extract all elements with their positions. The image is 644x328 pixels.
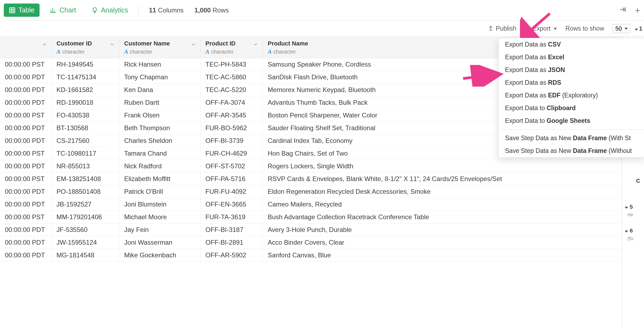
- cell-cid: MG-1814548: [51, 249, 119, 262]
- tab-chart[interactable]: Chart: [45, 4, 81, 17]
- cell-pname: Acco Binder Covers, Clear: [263, 236, 644, 249]
- cell-ts: 00:00:00 PDT: [0, 224, 51, 236]
- export-button[interactable]: Export ▼: [524, 25, 557, 32]
- export-menu: Export Data as CSV Export Data as Excel …: [498, 38, 644, 158]
- cell-pname: Eldon Regeneration Recycled Desk Accesso…: [263, 185, 644, 198]
- cell-pid: OFF-BI-3187: [200, 224, 263, 236]
- caret-down-icon: [625, 227, 628, 234]
- cell-ts: 00:00:00 PST: [0, 58, 51, 71]
- cell-pid: OFF-PA-5716: [200, 173, 263, 185]
- cell-ts: 00:00:00 PDT: [0, 96, 51, 109]
- type-character-icon: A: [57, 48, 61, 55]
- caret-down-icon: ▼: [553, 26, 557, 31]
- cell-cname: Patrick O'Brill: [119, 185, 200, 198]
- cell-ts: 00:00:00 PDT: [0, 236, 51, 249]
- table-row[interactable]: 00:00:00 PDTMG-1814548Mike GockenbachOFF…: [0, 249, 644, 262]
- cell-pid: TEC-PH-5843: [200, 58, 263, 71]
- cell-ts: 00:00:00 PST: [0, 211, 51, 224]
- type-character-icon: A: [124, 48, 128, 55]
- table-row[interactable]: 00:00:00 PDTJW-15955124Joni WassermanOFF…: [0, 236, 644, 249]
- collapse-right-icon[interactable]: [619, 5, 627, 15]
- cell-ts: 00:00:00 PDT: [0, 135, 51, 147]
- export-rds[interactable]: Export Data as RDS: [499, 76, 644, 89]
- divider: [138, 5, 139, 15]
- cell-pid: FUR-BO-5962: [200, 122, 263, 135]
- table-row[interactable]: 00:00:00 PDTJF-535560Jay FeinOFF-BI-3187…: [0, 224, 644, 236]
- cell-cid: TC-11475134: [51, 71, 119, 84]
- cell-cid: JW-15955124: [51, 236, 119, 249]
- cell-cid: JB-1592527: [51, 198, 119, 211]
- cell-pname: Rogers Lockers, Single Width: [263, 160, 644, 173]
- cell-cname: Ruben Dartt: [119, 96, 200, 109]
- tab-analytics[interactable]: Analytics: [86, 4, 133, 17]
- columns-count: 11: [149, 6, 156, 14]
- table-row[interactable]: 00:00:00 PDTNR-855013Nick RadfordOFF-ST-…: [0, 160, 644, 173]
- export-googlesheets[interactable]: Export Data to Google Sheets: [499, 114, 644, 127]
- download-icon: [524, 25, 530, 32]
- cell-ts: 00:00:00 PST: [0, 173, 51, 185]
- cell-cid: EM-138251408: [51, 173, 119, 185]
- table-row[interactable]: 00:00:00 PDTJB-1592527Joni BlumsteinOFF-…: [0, 198, 644, 211]
- chevron-down-icon: [191, 42, 196, 49]
- cell-cid: CS-217560: [51, 135, 119, 147]
- plus-icon[interactable]: +: [635, 6, 640, 15]
- type-character-icon: A: [268, 48, 272, 55]
- cell-cname: Beth Thompson: [119, 122, 200, 135]
- export-csv[interactable]: Export Data as CSV: [499, 38, 644, 51]
- upload-icon: [488, 25, 494, 32]
- cell-cname: Elizabeth Moffitt: [119, 173, 200, 185]
- rows-to-show-select[interactable]: 50: [612, 24, 630, 33]
- chevron-down-icon: [253, 42, 258, 49]
- cell-pid: FUR-FU-4092: [200, 185, 263, 198]
- cell-pname: Cameo Mailers, Recycled: [263, 198, 644, 211]
- column-header-customer-name[interactable]: Customer Name Acharacter: [119, 37, 200, 58]
- cell-cid: NR-855013: [51, 160, 119, 173]
- cell-cname: Michael Moore: [119, 211, 200, 224]
- publish-label: Publish: [496, 25, 516, 32]
- sub-toolbar: Publish Export ▼ Rows to show 50 1: [0, 21, 644, 37]
- save-step-dataframe-without[interactable]: Save Step Data as New Data Frame (Withou…: [499, 145, 644, 157]
- export-edf[interactable]: Export Data as EDF (Exploratory): [499, 89, 644, 102]
- cell-cid: JF-535560: [51, 224, 119, 236]
- export-excel[interactable]: Export Data as Excel: [499, 51, 644, 64]
- cell-cid: MM-179201406: [51, 211, 119, 224]
- cell-pid: OFF-ST-5702: [200, 160, 263, 173]
- table-icon: [9, 7, 16, 14]
- cell-cname: Frank Olsen: [119, 109, 200, 122]
- tab-table[interactable]: Table: [4, 4, 40, 17]
- rows-label: Rows: [213, 6, 229, 14]
- column-header-customer-id[interactable]: Customer ID Acharacter: [51, 37, 119, 58]
- export-json[interactable]: Export Data as JSON: [499, 64, 644, 76]
- cell-cname: Charles Sheldon: [119, 135, 200, 147]
- cell-cid: BT-130568: [51, 122, 119, 135]
- publish-button[interactable]: Publish: [488, 25, 516, 32]
- save-step-dataframe-withsteps[interactable]: Save Step Data as New Data Frame (With S…: [499, 132, 644, 145]
- rail-item-5-sub: ne: [622, 212, 644, 218]
- rail-item-5[interactable]: 5: [622, 202, 644, 212]
- cell-cid: TC-10980117: [51, 147, 119, 160]
- rail-c-label: C: [636, 178, 640, 184]
- rail-item-6[interactable]: 6: [622, 226, 644, 235]
- tab-chart-label: Chart: [60, 6, 76, 14]
- cell-ts: 00:00:00 PDT: [0, 84, 51, 96]
- cell-pid: OFF-FA-3074: [200, 96, 263, 109]
- cell-pid: OFF-AR-3545: [200, 109, 263, 122]
- cell-cid: RH-1949545: [51, 58, 119, 71]
- table-row[interactable]: 00:00:00 PSTMM-179201406Michael MooreFUR…: [0, 211, 644, 224]
- type-character-icon: A: [206, 48, 210, 55]
- cell-cname: Ken Dana: [119, 84, 200, 96]
- column-header-timestamp[interactable]: [0, 37, 51, 58]
- view-tabs: Table Chart Analytics: [4, 4, 133, 17]
- table-row[interactable]: 00:00:00 PDTPO-188501408Patrick O'BrillF…: [0, 185, 644, 198]
- cell-pname: Avery 3-Hole Punch, Durable: [263, 224, 644, 236]
- cell-cname: Tamara Chand: [119, 147, 200, 160]
- column-header-product-id[interactable]: Product ID Acharacter: [200, 37, 263, 58]
- cell-pid: FUR-TA-3619: [200, 211, 263, 224]
- table-row[interactable]: 00:00:00 PSTEM-138251408Elizabeth Moffit…: [0, 173, 644, 185]
- cell-cid: PO-188501408: [51, 185, 119, 198]
- export-clipboard[interactable]: Export Data to Clipboard: [499, 102, 644, 114]
- svg-rect-0: [9, 8, 15, 13]
- cell-ts: 00:00:00 PDT: [0, 122, 51, 135]
- cell-cname: Rick Hansen: [119, 58, 200, 71]
- cell-pid: OFF-EN-3665: [200, 198, 263, 211]
